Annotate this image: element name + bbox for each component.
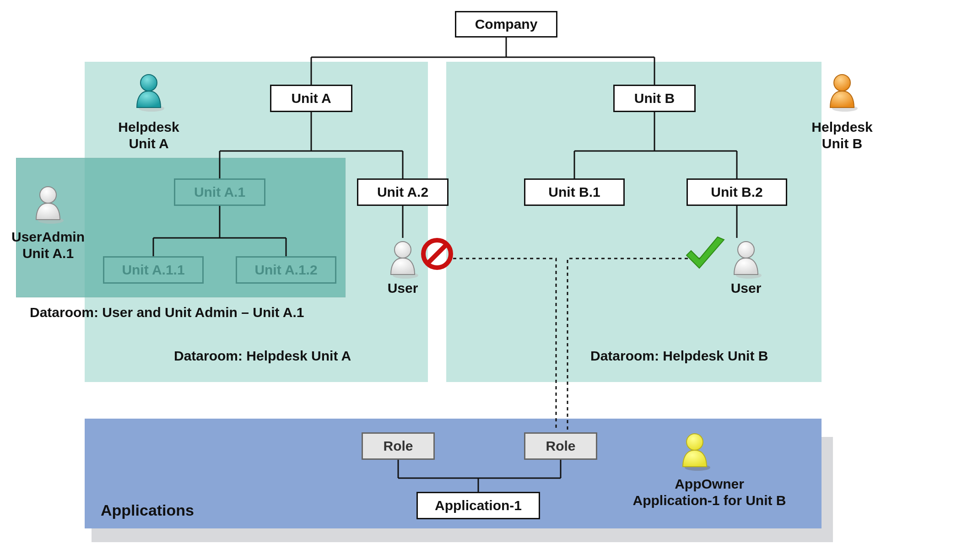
diagram-stage: Company Unit A Unit B Unit A.1 Unit A.2 … xyxy=(0,0,973,560)
node-role-1: Role xyxy=(362,432,435,460)
node-label: Unit B.2 xyxy=(707,184,766,200)
node-label: Unit A.1.2 xyxy=(251,262,321,278)
label-user-b2: User xyxy=(719,280,773,296)
label-helpdesk-b: Helpdesk Unit B xyxy=(796,119,888,152)
node-label: Unit A.1 xyxy=(190,184,249,200)
svg-point-23 xyxy=(141,75,157,91)
node-label: Role xyxy=(379,438,416,454)
node-unit-a11: Unit A.1.1 xyxy=(103,256,204,284)
svg-point-31 xyxy=(738,242,754,258)
svg-line-35 xyxy=(428,245,446,263)
node-label: Unit A xyxy=(287,91,335,106)
node-unit-a12: Unit A.1.2 xyxy=(236,256,336,284)
node-unit-a1: Unit A.1 xyxy=(174,178,265,206)
svg-point-25 xyxy=(834,75,850,91)
no-entry-icon xyxy=(421,238,453,270)
node-label: Unit A.2 xyxy=(373,184,432,200)
node-unit-b: Unit B xyxy=(613,85,696,112)
node-unit-a2: Unit A.2 xyxy=(357,178,449,206)
person-icon xyxy=(676,430,713,471)
label-helpdesk-a: Helpdesk Unit A xyxy=(103,119,195,152)
label-dataroom-helpdesk-b: Dataroom: Helpdesk Unit B xyxy=(590,348,828,364)
node-label: Unit A.1.1 xyxy=(118,262,188,278)
person-icon xyxy=(824,71,860,112)
node-unit-b1: Unit B.1 xyxy=(524,178,625,206)
node-unit-a: Unit A xyxy=(270,85,352,112)
node-label: Role xyxy=(542,438,579,454)
person-icon xyxy=(30,183,66,224)
label-dataroom-a1: Dataroom: User and Unit Admin – Unit A.1 xyxy=(30,304,341,321)
label-dataroom-helpdesk-a: Dataroom: Helpdesk Unit A xyxy=(174,348,412,364)
label-applications: Applications xyxy=(101,501,238,520)
node-label: Application-1 xyxy=(431,498,525,513)
node-company: Company xyxy=(455,11,557,38)
svg-point-29 xyxy=(395,242,411,258)
node-role-2: Role xyxy=(524,432,597,460)
svg-point-33 xyxy=(687,434,703,450)
svg-point-27 xyxy=(40,187,56,203)
node-label: Unit B.1 xyxy=(545,184,604,200)
node-application-1: Application-1 xyxy=(416,492,540,519)
person-icon xyxy=(384,238,421,279)
checkmark-icon xyxy=(682,233,728,275)
label-user-a2: User xyxy=(375,280,430,296)
person-icon xyxy=(728,238,764,279)
node-label: Company xyxy=(471,16,541,32)
node-label: Unit B xyxy=(631,91,678,106)
label-useradmin: UserAdmin Unit A.1 xyxy=(7,229,89,262)
person-icon xyxy=(130,71,167,112)
label-appowner: AppOwner Application-1 for Unit B xyxy=(618,476,801,509)
node-unit-b2: Unit B.2 xyxy=(687,178,787,206)
